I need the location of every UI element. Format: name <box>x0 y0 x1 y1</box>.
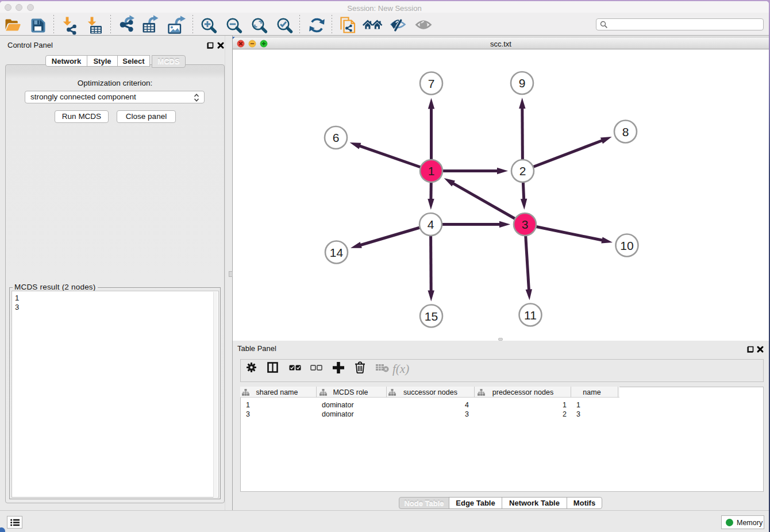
svg-text:10: 10 <box>620 239 633 252</box>
svg-text:3: 3 <box>522 218 529 231</box>
svg-text:15: 15 <box>425 310 438 323</box>
svg-text:1: 1 <box>428 164 435 178</box>
svg-text:7: 7 <box>428 77 435 90</box>
svg-text:8: 8 <box>622 125 629 138</box>
svg-text:11: 11 <box>524 309 537 322</box>
svg-text:14: 14 <box>330 246 344 259</box>
svg-text:9: 9 <box>519 76 526 90</box>
svg-text:4: 4 <box>428 218 434 231</box>
svg-text:2: 2 <box>519 164 526 178</box>
svg-text:6: 6 <box>333 131 340 144</box>
